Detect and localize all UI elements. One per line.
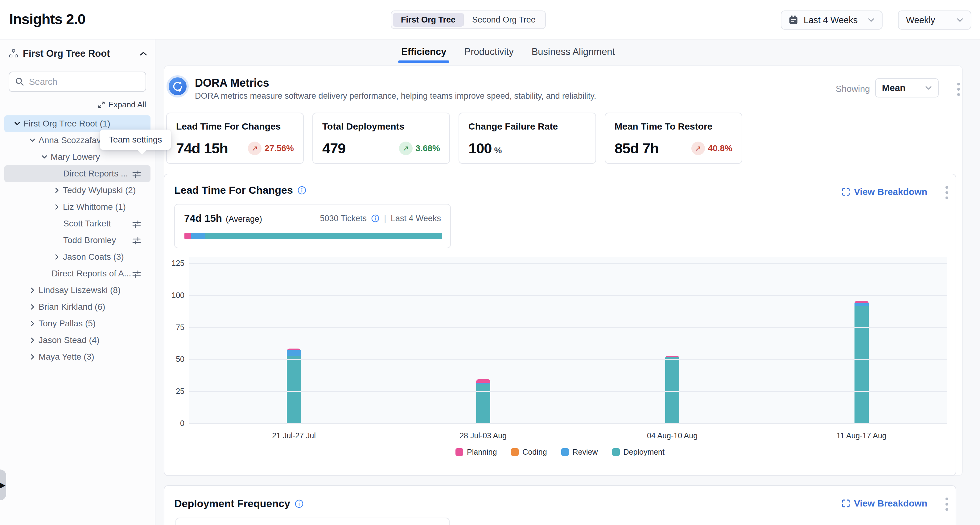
calendar-icon: [789, 15, 798, 25]
tree-item[interactable]: Brian Kirkland (6): [4, 299, 151, 315]
tree-item[interactable]: Lindsay Liszewski (8): [4, 282, 151, 299]
summary-average-qualifier: (Average): [226, 215, 262, 224]
x-axis-label: 28 Jul-03 Aug: [460, 431, 507, 440]
team-settings-icon[interactable]: [132, 219, 141, 229]
sidebar-search[interactable]: [9, 72, 146, 92]
view-breakdown-button[interactable]: View Breakdown: [842, 498, 927, 509]
tree-item[interactable]: Direct Reports of A...: [4, 265, 151, 282]
tree-item[interactable]: Todd Bromley: [4, 232, 151, 249]
deployment-frequency-section: Deployment Frequency View Breakdown: [164, 485, 956, 525]
bar-segment-review: [854, 303, 869, 306]
chevron-down-icon[interactable]: [14, 120, 21, 127]
team-settings-icon[interactable]: [132, 269, 141, 278]
metric-card[interactable]: Mean Time To Restore85d 7h↗40.8%: [605, 113, 742, 164]
team-settings-icon[interactable]: [132, 169, 141, 178]
toggle-first-org-tree[interactable]: First Org Tree: [393, 13, 463, 27]
chevron-right-icon[interactable]: [29, 353, 36, 361]
expand-corners-icon: [842, 499, 850, 508]
view-breakdown-label: View Breakdown: [854, 498, 927, 509]
trend-up-arrow-icon: ↗: [399, 142, 413, 155]
tab-efficiency[interactable]: Efficiency: [401, 46, 446, 63]
expand-all-label: Expand All: [108, 100, 146, 110]
metric-card-title: Total Deployments: [322, 121, 440, 132]
bar-segment-planning: [854, 301, 869, 303]
gridline: [189, 391, 947, 392]
chevron-right-icon[interactable]: [53, 203, 60, 211]
info-icon[interactable]: [294, 499, 304, 508]
tab-business-alignment[interactable]: Business Alignment: [531, 46, 615, 63]
trend-badge: ↗40.8%: [691, 142, 732, 155]
x-axis-label: 11 Aug-17 Aug: [837, 431, 886, 440]
metric-card[interactable]: Lead Time For Changes74d 15h↗27.56%: [166, 113, 304, 164]
tab-productivity[interactable]: Productivity: [464, 46, 514, 63]
metric-card-value: 74d 15h: [176, 140, 228, 157]
chevron-down-icon[interactable]: [41, 153, 48, 161]
tree-item-label: Mary Lowery: [51, 152, 100, 162]
bar-28-jul-03-aug: [476, 379, 490, 423]
chevron-up-icon[interactable]: [139, 51, 147, 56]
y-axis-tick: 125: [165, 259, 185, 268]
x-axis-label: 04 Aug-10 Aug: [647, 431, 698, 440]
tree-item[interactable]: Direct Reports ...: [4, 165, 151, 182]
bar-21-jul-27-jul: [287, 348, 301, 423]
chevron-right-icon[interactable]: [29, 320, 36, 327]
legend-label: Coding: [522, 447, 547, 457]
chevron-down-icon: [956, 18, 963, 22]
showing-select[interactable]: Mean: [875, 78, 939, 97]
trend-up-arrow-icon: ↗: [248, 142, 261, 155]
deployment-frequency-kebab-menu[interactable]: [945, 498, 948, 511]
date-range-dropdown[interactable]: Last 4 Weeks: [781, 11, 883, 30]
chevron-right-icon[interactable]: [29, 303, 36, 310]
sidebar-header[interactable]: First Org Tree Root: [9, 46, 147, 61]
tree-item-label: Scott Tarkett: [63, 219, 111, 229]
granularity-value: Weekly: [906, 15, 951, 25]
tree-item[interactable]: Liz Whittome (1): [4, 199, 151, 215]
tree-item[interactable]: Jason Stead (4): [4, 332, 151, 348]
chevron-right-icon[interactable]: [29, 286, 36, 294]
dora-kebab-menu[interactable]: [957, 83, 960, 96]
legend-swatch: [612, 448, 620, 456]
view-breakdown-button[interactable]: View Breakdown: [842, 187, 927, 197]
sidebar-collapse-handle[interactable]: ▶: [0, 469, 6, 500]
info-icon[interactable]: [297, 186, 307, 195]
info-icon[interactable]: [371, 214, 380, 223]
trend-delta: 27.56%: [264, 143, 294, 153]
y-axis-tick: 50: [165, 355, 185, 364]
tree-item-label: Anna Scozzafava: [38, 135, 106, 145]
chevron-right-icon: ▶: [0, 480, 6, 490]
expand-icon: [98, 101, 105, 108]
metric-card-title: Change Failure Rate: [468, 121, 586, 132]
chevron-right-icon[interactable]: [53, 187, 60, 194]
tree-item[interactable]: Jason Coats (3): [4, 249, 151, 265]
search-input[interactable]: [29, 77, 140, 87]
org-tree: First Org Tree Root (1)Anna ScozzafavaMa…: [0, 115, 155, 365]
deployment-frequency-title: Deployment Frequency: [174, 498, 290, 509]
metric-card[interactable]: Change Failure Rate100%: [458, 113, 596, 164]
tree-item[interactable]: Maya Yette (3): [4, 348, 151, 365]
tree-item[interactable]: Tony Pallas (5): [4, 315, 151, 332]
tree-item[interactable]: Teddy Wylupski (2): [4, 182, 151, 199]
tree-item[interactable]: Scott Tarkett: [4, 215, 151, 232]
org-tree-toggle: First Org Tree Second Org Tree: [391, 11, 546, 29]
expand-all-button[interactable]: Expand All: [98, 100, 146, 110]
chevron-down-icon[interactable]: [29, 137, 36, 144]
org-chart-icon: [9, 49, 19, 59]
gridline: [189, 359, 947, 360]
trend-badge: ↗3.68%: [399, 142, 440, 155]
lead-time-kebab-menu[interactable]: [945, 186, 948, 199]
metric-card-title: Mean Time To Restore: [614, 121, 732, 132]
metric-card-value: 100%: [468, 140, 501, 157]
bar-segment-planning: [476, 379, 490, 383]
toggle-second-org-tree[interactable]: Second Org Tree: [464, 13, 544, 27]
tree-item[interactable]: Mary Lowery: [4, 149, 151, 165]
chevron-right-icon[interactable]: [29, 337, 36, 344]
gridline: [189, 295, 947, 296]
team-settings-icon[interactable]: [132, 236, 141, 245]
summary-phase-bar: [185, 233, 442, 239]
trend-badge: ↗27.56%: [248, 142, 294, 155]
tree-item-label: Lindsay Liszewski (8): [38, 285, 121, 295]
metric-card[interactable]: Total Deployments479↗3.68%: [312, 113, 450, 164]
granularity-dropdown[interactable]: Weekly: [898, 11, 971, 30]
chevron-right-icon[interactable]: [53, 253, 60, 261]
showing-label: Showing: [836, 84, 870, 94]
